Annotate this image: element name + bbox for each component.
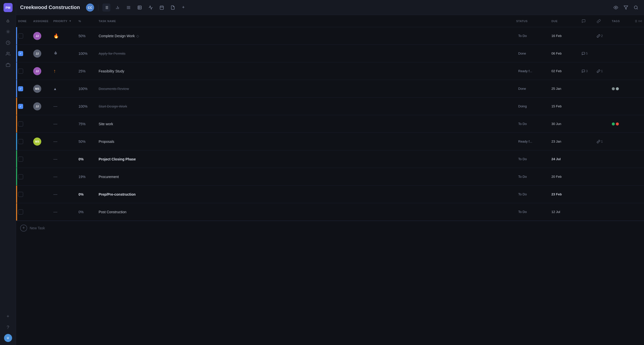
task-due-cell: 16 Feb	[551, 34, 582, 38]
task-due-cell: 12 Jul	[551, 210, 582, 214]
view-list-icon[interactable]	[102, 4, 110, 12]
view-lines-icon[interactable]	[125, 4, 133, 12]
assignee-avatar[interactable]: JJ	[33, 50, 41, 58]
task-status-cell: To Do	[516, 174, 551, 179]
app-logo[interactable]: PM	[4, 3, 13, 12]
task-name-cell[interactable]: Start Design Work	[99, 104, 516, 108]
task-name-cell[interactable]: Proposals	[99, 140, 516, 144]
task-name-cell[interactable]: Site work	[99, 122, 516, 126]
user-avatar[interactable]: U	[4, 334, 12, 342]
task-comments-cell: 3	[582, 69, 597, 73]
task-name-cell[interactable]: Feasibility Study	[99, 69, 516, 73]
task-checkbox[interactable]	[18, 192, 23, 197]
task-comment-count[interactable]: 5	[582, 52, 588, 55]
project-avatar[interactable]: CC	[86, 4, 94, 12]
task-link-count[interactable]: 1	[597, 69, 603, 73]
filter-icon[interactable]	[622, 4, 630, 12]
add-view-button[interactable]: +	[180, 4, 187, 11]
task-status-cell: To Do	[516, 33, 551, 38]
sidebar-item-home[interactable]: ⌂	[4, 16, 13, 25]
task-percent-cell: 0%	[78, 192, 99, 196]
assignee-avatar[interactable]: MS	[33, 138, 41, 146]
table-row: —0%Prep/Pre-constructionTo Do23 Feb	[16, 186, 644, 203]
status-badge: To Do	[516, 121, 529, 126]
sidebar-item-team[interactable]	[4, 49, 13, 58]
task-percent: 50%	[78, 140, 86, 144]
task-due-cell: 06 Feb	[551, 52, 582, 55]
assignee-avatar[interactable]: JJ	[33, 102, 41, 110]
task-links-cell: 1	[597, 69, 612, 73]
task-checkbox[interactable]	[18, 86, 23, 91]
view-pulse-icon[interactable]	[147, 4, 155, 12]
task-done-cell	[18, 51, 33, 56]
task-priority-cell	[53, 51, 78, 56]
task-name-cell[interactable]: Prep/Pre-construction	[99, 192, 516, 196]
svg-rect-22	[160, 6, 164, 10]
task-status-cell: To Do	[516, 192, 551, 197]
task-checkbox[interactable]	[18, 121, 23, 126]
task-checkbox[interactable]	[18, 69, 23, 74]
task-status-cell: Done	[516, 86, 551, 91]
new-task-bar[interactable]: + New Task	[16, 221, 644, 235]
task-checkbox[interactable]	[18, 174, 23, 179]
status-badge: To Do	[516, 209, 529, 214]
sidebar-item-recent[interactable]	[4, 38, 13, 47]
priority-icon: —	[53, 121, 57, 126]
task-priority-cell: —	[53, 209, 78, 214]
svg-marker-27	[624, 6, 628, 9]
task-name-cell[interactable]: Apply for Permits	[99, 52, 516, 56]
assignee-avatar[interactable]: JJ	[33, 67, 41, 75]
add-task-button[interactable]: +	[20, 225, 27, 232]
task-checkbox[interactable]	[18, 139, 23, 144]
sidebar-item-add[interactable]: +	[4, 312, 13, 321]
task-done-cell	[18, 86, 33, 91]
task-checkbox[interactable]	[18, 209, 23, 214]
task-name-cell[interactable]: Procurement	[99, 175, 516, 179]
status-badge: Done	[516, 51, 528, 56]
task-due-date: 15 Feb	[551, 104, 561, 108]
task-checkbox[interactable]	[18, 51, 23, 56]
accent-bar	[16, 80, 17, 97]
task-priority-cell: —	[53, 121, 78, 126]
task-link-count[interactable]: 1	[597, 140, 603, 143]
view-calendar-icon[interactable]	[158, 4, 166, 12]
task-comment-count[interactable]: 3	[582, 69, 588, 73]
status-badge: To Do	[516, 157, 529, 161]
svg-point-2	[7, 52, 8, 54]
task-percent: 0%	[78, 192, 84, 196]
sidebar-item-notifications[interactable]	[4, 27, 13, 36]
task-name-cell[interactable]: Complete Design Work◇	[99, 34, 516, 38]
assignee-avatar[interactable]: JJ	[33, 32, 41, 40]
svg-point-26	[615, 7, 617, 8]
task-name-cell[interactable]: Documents Review	[99, 87, 516, 91]
sidebar-item-work[interactable]	[4, 60, 13, 69]
search-icon[interactable]	[632, 4, 640, 12]
header-priority[interactable]: Priority ▼	[53, 20, 78, 23]
task-name-cell[interactable]: Post Construction	[99, 210, 516, 214]
view-doc-icon[interactable]	[169, 4, 177, 12]
task-checkbox[interactable]	[18, 104, 23, 109]
task-link-count[interactable]: 2	[597, 34, 603, 38]
task-percent: 100%	[78, 52, 88, 56]
task-assignee-cell: JJ	[33, 32, 53, 40]
view-table-icon[interactable]	[136, 4, 144, 12]
task-percent-cell: 50%	[78, 34, 99, 38]
sidebar-item-help[interactable]: ?	[4, 323, 13, 332]
task-name: Site work	[99, 122, 113, 126]
watch-icon[interactable]	[612, 4, 620, 12]
assignee-avatar[interactable]: MS	[33, 85, 41, 93]
task-name-cell[interactable]: Project Closing Phase	[99, 157, 516, 161]
table-row: JJ↑25%Feasibility StudyReady f...02 Feb3…	[16, 62, 644, 80]
tag-dot	[612, 122, 615, 125]
task-name: Start Design Work	[99, 104, 127, 108]
view-chart-icon[interactable]	[113, 4, 122, 12]
task-checkbox[interactable]	[18, 157, 23, 162]
accent-bar	[16, 98, 17, 115]
task-checkbox[interactable]	[18, 33, 23, 38]
task-percent: 25%	[78, 69, 86, 73]
task-percent: 0%	[78, 157, 84, 161]
svg-text:CC: CC	[88, 6, 92, 10]
task-priority-cell: —	[53, 156, 78, 162]
task-due-date: 16 Feb	[551, 34, 561, 38]
task-assignee-cell: MS	[33, 138, 53, 146]
